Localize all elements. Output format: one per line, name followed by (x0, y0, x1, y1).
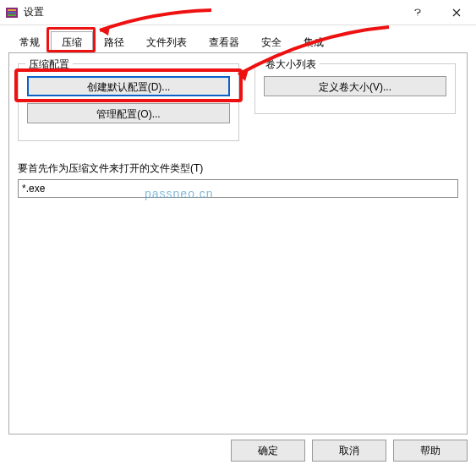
tab-security[interactable]: 安全 (250, 31, 293, 53)
dialog-buttons: 确定 取消 帮助 (231, 440, 468, 462)
ok-button[interactable]: 确定 (231, 440, 305, 462)
tab-integration[interactable]: 集成 (293, 31, 335, 53)
help-button[interactable] (398, 0, 437, 25)
tab-viewer[interactable]: 查看器 (198, 31, 250, 53)
tab-strip: 常规 压缩 路径 文件列表 查看器 安全 集成 (0, 25, 476, 52)
define-volume-size-button[interactable]: 定义卷大小(V)... (264, 76, 446, 96)
tab-path[interactable]: 路径 (93, 31, 135, 53)
filetype-label: 要首先作为压缩文件来打开的文件类型(T) (18, 161, 458, 176)
filetype-input[interactable] (18, 179, 458, 198)
tab-panel: 压缩配置 创建默认配置(D)... 管理配置(O)... 卷大小列表 定义卷大小… (8, 52, 468, 434)
help-dialog-button[interactable]: 帮助 (393, 440, 468, 462)
tab-filelist[interactable]: 文件列表 (135, 31, 198, 53)
tab-compress[interactable]: 压缩 (51, 31, 93, 53)
create-default-config-button[interactable]: 创建默认配置(D)... (27, 76, 230, 96)
manage-config-button[interactable]: 管理配置(O)... (27, 103, 230, 123)
svg-rect-3 (8, 14, 16, 16)
window-title: 设置 (24, 5, 398, 19)
app-icon (5, 6, 19, 19)
svg-rect-1 (8, 9, 16, 11)
group-compress-config: 压缩配置 创建默认配置(D)... 管理配置(O)... (18, 63, 239, 141)
titlebar: 设置 (0, 0, 476, 25)
svg-rect-2 (8, 12, 16, 14)
group-volume-list: 卷大小列表 定义卷大小(V)... (254, 63, 456, 114)
cancel-button[interactable]: 取消 (312, 440, 386, 462)
group-compress-legend: 压缩配置 (25, 57, 73, 72)
group-volume-legend: 卷大小列表 (262, 57, 320, 72)
tab-general[interactable]: 常规 (8, 31, 51, 53)
close-button[interactable] (437, 0, 476, 25)
